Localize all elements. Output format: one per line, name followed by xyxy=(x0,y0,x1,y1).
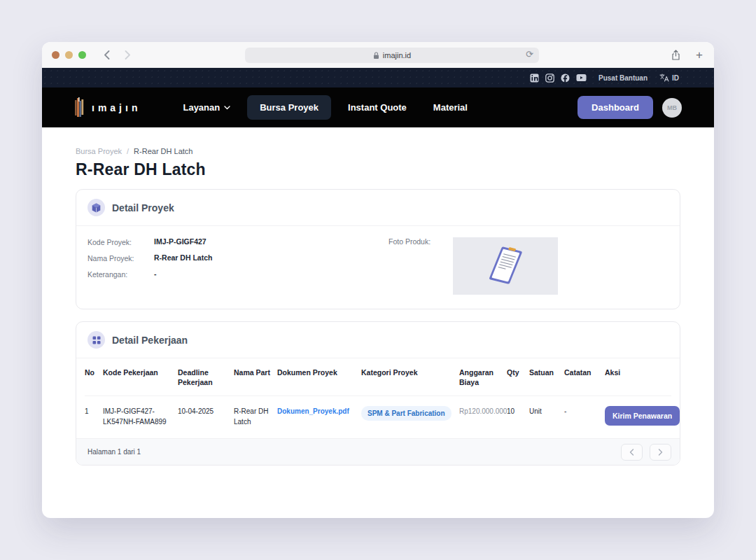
language-switcher[interactable]: ID xyxy=(659,74,679,82)
field-kode-proyek: Kode Proyek: IMJ-P-GIGF427 xyxy=(88,237,388,246)
col-header-no: No xyxy=(85,368,103,377)
col-header-aksi: Aksi xyxy=(605,368,673,377)
language-label: ID xyxy=(672,74,679,82)
document-illustration-icon xyxy=(484,241,527,290)
pagination-status: Halaman 1 dari 1 xyxy=(88,448,141,456)
instagram-icon[interactable] xyxy=(545,74,554,83)
nav-item-label: Layanan xyxy=(183,102,220,113)
avatar-initials: MB xyxy=(667,104,677,111)
col-header-kategori: Kategori Proyek xyxy=(361,368,459,377)
avatar[interactable]: MB xyxy=(662,98,682,118)
detail-proyek-title: Detail Proyek xyxy=(112,202,174,214)
next-page-button[interactable] xyxy=(650,444,671,461)
chevron-down-icon xyxy=(224,106,230,110)
facebook-icon[interactable] xyxy=(561,74,570,83)
cell-no: 1 xyxy=(85,406,103,416)
category-badge: SPM & Part Fabrication xyxy=(361,406,451,421)
grid-icon xyxy=(88,331,105,349)
nav-item-material[interactable]: Material xyxy=(424,95,477,120)
logo-text: ımajın xyxy=(92,102,141,113)
col-header-nama-part: Nama Part xyxy=(234,368,277,377)
dashboard-button[interactable]: Dashboard xyxy=(578,96,653,119)
col-header-catatan: Catatan xyxy=(564,368,605,377)
youtube-icon[interactable] xyxy=(576,74,587,82)
utility-bar: Pusat Bantuan ID xyxy=(42,68,714,88)
col-header-satuan: Satuan xyxy=(529,368,564,377)
cell-qty: 10 xyxy=(507,406,529,416)
address-bar[interactable]: imajin.id ⟳ xyxy=(245,48,539,63)
cell-kode-pekerjaan: IMJ-P-GIGF427-LK547NH-FAMA899 xyxy=(103,406,178,427)
url-text: imajin.id xyxy=(383,51,411,59)
foto-produk-label: Foto Produk: xyxy=(388,237,453,295)
detail-proyek-card: Detail Proyek Kode Proyek: IMJ-P-GIGF427… xyxy=(76,189,680,309)
kirim-penawaran-button[interactable]: Kirim Penawaran xyxy=(605,406,680,426)
page-title: R-Rear DH Latch xyxy=(76,160,680,179)
nav-menu: Layanan Bursa Proyek Instant Quote Mater… xyxy=(173,95,477,120)
new-tab-icon[interactable]: + xyxy=(696,48,703,62)
breadcrumb-separator: / xyxy=(127,147,129,155)
breadcrumb-parent-link[interactable]: Bursa Proyek xyxy=(76,147,122,155)
browser-toolbar: imajin.id ⟳ + xyxy=(42,42,714,68)
detail-pekerjaan-title: Detail Pekerjaan xyxy=(112,335,188,346)
col-header-qty: Qty xyxy=(507,368,529,377)
jobs-table: No Kode Pekerjaan Deadline Pekerjaan Nam… xyxy=(76,358,680,438)
cell-deadline: 10-04-2025 xyxy=(178,406,234,416)
detail-pekerjaan-header: Detail Pekerjaan xyxy=(76,322,680,358)
field-nama-proyek: Nama Proyek: R-Rear DH Latch xyxy=(88,253,388,262)
back-icon[interactable] xyxy=(99,47,114,62)
prev-page-button[interactable] xyxy=(621,444,643,461)
nav-item-instant-quote[interactable]: Instant Quote xyxy=(338,95,416,120)
nav-item-label: Material xyxy=(433,102,468,113)
forward-icon[interactable] xyxy=(120,47,135,62)
cell-catatan: - xyxy=(564,406,605,416)
field-value: IMJ-P-GIGF427 xyxy=(154,237,206,246)
browser-window: imajin.id ⟳ + Pusat Bantuan ID xyxy=(42,42,714,518)
product-photo-section: Foto Produk: xyxy=(388,237,558,295)
document-link[interactable]: Dokumen_Proyek.pdf xyxy=(277,407,349,415)
lock-icon xyxy=(373,52,379,59)
close-window-button[interactable] xyxy=(52,51,59,59)
nav-item-label: Bursa Proyek xyxy=(260,102,318,113)
cell-anggaran: Rp120.000.000 xyxy=(459,406,507,416)
field-value: R-Rear DH Latch xyxy=(154,253,212,262)
page-content: Bursa Proyek / R-Rear DH Latch R-Rear DH… xyxy=(42,127,714,465)
window-controls xyxy=(52,51,86,59)
breadcrumb: Bursa Proyek / R-Rear DH Latch xyxy=(76,147,680,155)
nav-item-bursa-proyek[interactable]: Bursa Proyek xyxy=(247,95,331,120)
translate-icon xyxy=(659,74,669,82)
detail-pekerjaan-card: Detail Pekerjaan No Kode Pekerjaan Deadl… xyxy=(76,321,680,465)
field-label: Kode Proyek: xyxy=(88,237,154,246)
minimize-window-button[interactable] xyxy=(65,51,73,59)
table-row: 1 IMJ-P-GIGF427-LK547NH-FAMA899 10-04-20… xyxy=(85,396,671,438)
breadcrumb-current: R-Rear DH Latch xyxy=(134,147,192,155)
project-fields: Kode Proyek: IMJ-P-GIGF427 Nama Proyek: … xyxy=(88,237,388,295)
field-value: - xyxy=(154,270,157,279)
linkedin-icon[interactable] xyxy=(530,74,539,83)
cell-nama-part: R-Rear DH Latch xyxy=(234,406,277,427)
nav-item-label: Instant Quote xyxy=(348,102,407,113)
field-label: Nama Proyek: xyxy=(88,253,154,262)
field-keterangan: Keterangan: - xyxy=(88,270,388,279)
detail-proyek-header: Detail Proyek xyxy=(76,190,680,226)
maximize-window-button[interactable] xyxy=(78,51,86,59)
col-header-anggaran: Anggaran Biaya xyxy=(459,368,507,387)
table-header-row: No Kode Pekerjaan Deadline Pekerjaan Nam… xyxy=(85,358,671,396)
field-label: Keterangan: xyxy=(88,270,154,279)
col-header-deadline: Deadline Pekerjaan xyxy=(178,368,234,387)
col-header-dokumen: Dokumen Proyek xyxy=(277,368,361,377)
table-pagination: Halaman 1 dari 1 xyxy=(76,438,680,465)
col-header-kode-pekerjaan: Kode Pekerjaan xyxy=(103,368,178,377)
cell-satuan: Unit xyxy=(529,406,564,416)
product-photo-placeholder xyxy=(453,237,558,295)
cube-icon xyxy=(88,199,105,216)
share-icon[interactable] xyxy=(671,50,680,61)
logo-mark-icon xyxy=(74,97,85,118)
imajin-logo[interactable]: ımajın xyxy=(74,97,141,118)
reload-icon[interactable]: ⟳ xyxy=(526,49,533,59)
help-center-link[interactable]: Pusat Bantuan xyxy=(598,74,648,82)
main-navbar: ımajın Layanan Bursa Proyek Instant Quot… xyxy=(42,88,714,127)
nav-item-layanan[interactable]: Layanan xyxy=(173,95,240,120)
